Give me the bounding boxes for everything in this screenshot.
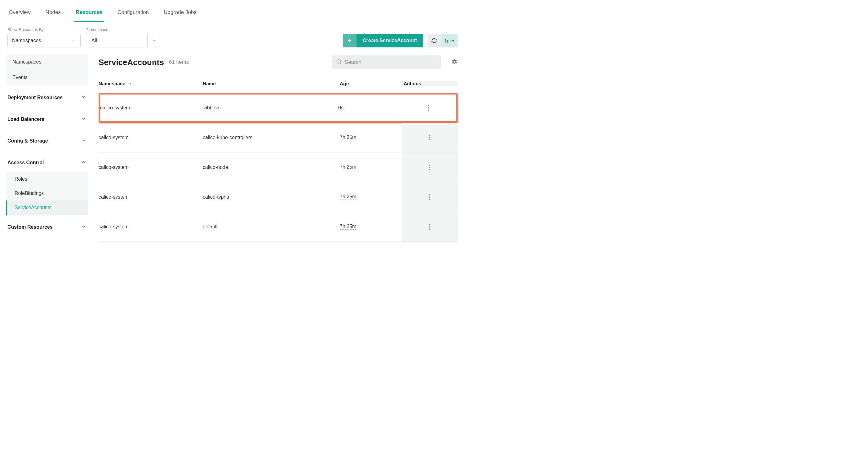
show-by-select[interactable]: Namespaces xyxy=(7,34,81,47)
search-icon xyxy=(336,59,342,66)
svg-point-0 xyxy=(337,60,340,63)
table-row[interactable]: calico-systemcalico-typha7h 25m xyxy=(99,182,458,212)
table-row[interactable]: calico-systemabb-sa0s xyxy=(99,93,458,123)
svg-point-13 xyxy=(429,199,430,200)
sidebar-group-access-control[interactable]: Access Control xyxy=(6,153,88,172)
cell-namespace: calico-system xyxy=(99,135,203,140)
svg-point-5 xyxy=(429,135,430,136)
cell-age: 0s xyxy=(338,105,400,111)
cell-age: 7h 25m xyxy=(340,134,402,140)
svg-point-2 xyxy=(428,105,429,106)
cell-name: default xyxy=(203,224,340,230)
cell-namespace: calico-system xyxy=(100,105,204,110)
cell-name: abb-sa xyxy=(204,105,338,110)
row-actions-button[interactable] xyxy=(402,212,458,241)
sidebar-item-namespaces[interactable]: Namespaces xyxy=(6,54,88,70)
search-box[interactable] xyxy=(332,56,441,69)
chevron-up-icon xyxy=(81,160,86,166)
show-by-value: Namespaces xyxy=(12,38,41,43)
create-label: Create ServiceAccount xyxy=(356,34,423,47)
filter-bar: Show Resources By Namespaces Namespace A… xyxy=(0,22,465,50)
tab-configuration[interactable]: Configuration xyxy=(116,6,150,22)
svg-point-15 xyxy=(429,226,430,227)
row-actions-button[interactable] xyxy=(402,153,458,182)
row-actions-button[interactable] xyxy=(402,182,458,211)
svg-point-8 xyxy=(429,165,430,166)
col-age[interactable]: Age xyxy=(340,81,402,87)
sidebar-item-roles[interactable]: Roles xyxy=(6,172,88,186)
sidebar-group-load-balancers[interactable]: Load Balancers xyxy=(6,110,88,129)
chevron-down-icon xyxy=(81,116,86,122)
svg-point-16 xyxy=(429,228,430,230)
table-header: Namespace Name Age Actions xyxy=(99,75,458,93)
table-row[interactable]: calico-systemcalico-kube-controllers7h 2… xyxy=(99,123,458,153)
refresh-button[interactable] xyxy=(428,34,441,47)
svg-point-11 xyxy=(429,194,430,196)
cell-age: 7h 25m xyxy=(340,224,402,230)
col-name[interactable]: Name xyxy=(203,81,340,87)
row-actions-button[interactable] xyxy=(402,123,458,152)
chevron-down-icon xyxy=(68,34,80,47)
search-input[interactable] xyxy=(345,59,436,65)
svg-point-7 xyxy=(429,139,430,140)
tab-overview[interactable]: Overview xyxy=(7,6,32,22)
cell-name: calico-node xyxy=(203,165,340,170)
sidebar-item-events[interactable]: Events xyxy=(6,70,88,85)
cell-age: 7h 25m xyxy=(340,194,402,200)
svg-point-4 xyxy=(428,109,429,110)
table-row[interactable]: calico-systemdefault7h 25m xyxy=(99,212,458,242)
svg-point-12 xyxy=(429,196,430,198)
col-actions: Actions xyxy=(402,81,458,87)
create-serviceaccount-button[interactable]: + Create ServiceAccount xyxy=(343,34,423,47)
chevron-down-icon xyxy=(147,34,160,47)
chevron-down-icon xyxy=(81,95,86,101)
svg-point-9 xyxy=(429,167,430,168)
chevron-down-icon xyxy=(81,138,86,144)
page-title: ServiceAccounts xyxy=(99,58,164,67)
cell-namespace: calico-system xyxy=(99,224,203,230)
show-by-label: Show Resources By xyxy=(7,27,81,32)
cell-name: calico-typha xyxy=(203,194,340,200)
cell-name: calico-kube-controllers xyxy=(203,135,340,140)
sidebar-group-config-storage[interactable]: Config & Storage xyxy=(6,132,88,150)
cell-namespace: calico-system xyxy=(99,194,203,200)
namespace-value: All xyxy=(91,38,97,43)
refresh-interval-select[interactable]: 1m ▾ xyxy=(441,34,458,47)
svg-point-3 xyxy=(428,107,429,108)
col-namespace[interactable]: Namespace xyxy=(99,81,203,87)
sort-asc-icon xyxy=(128,81,131,86)
svg-point-10 xyxy=(429,169,430,170)
sidebar: NamespacesEvents Deployment ResourcesLoa… xyxy=(0,50,88,242)
sidebar-group-custom-resources[interactable]: Custom Resources xyxy=(6,218,88,236)
svg-point-6 xyxy=(429,137,430,138)
refresh-interval-value: 1m xyxy=(444,38,451,43)
table-row[interactable]: calico-systemcalico-node7h 25m xyxy=(99,153,458,182)
chevron-down-icon xyxy=(81,224,86,230)
namespace-select[interactable]: All xyxy=(87,34,160,47)
row-actions-button[interactable] xyxy=(400,95,456,121)
namespace-label: Namespace xyxy=(87,27,160,32)
item-count: 61 items xyxy=(169,59,189,65)
plus-icon: + xyxy=(343,34,356,47)
top-tabs: OverviewNodesResourcesConfigurationUpgra… xyxy=(0,0,465,22)
tab-upgrade-jobs[interactable]: Upgrade Jobs xyxy=(162,6,198,22)
tab-nodes[interactable]: Nodes xyxy=(44,6,62,22)
cell-age: 7h 25m xyxy=(340,164,402,170)
sidebar-group-deployment-resources[interactable]: Deployment Resources xyxy=(6,88,88,107)
sidebar-item-rolebindings[interactable]: RoleBindings xyxy=(6,186,88,200)
tab-resources[interactable]: Resources xyxy=(74,6,104,22)
main-pane: ServiceAccounts 61 items Namespace xyxy=(88,50,465,242)
caret-down-icon: ▾ xyxy=(452,38,455,43)
sidebar-item-serviceaccounts[interactable]: ServiceAccounts xyxy=(6,200,88,215)
svg-line-1 xyxy=(340,63,341,64)
cell-namespace: calico-system xyxy=(99,165,203,170)
svg-point-14 xyxy=(429,224,430,225)
settings-button[interactable] xyxy=(452,59,458,66)
